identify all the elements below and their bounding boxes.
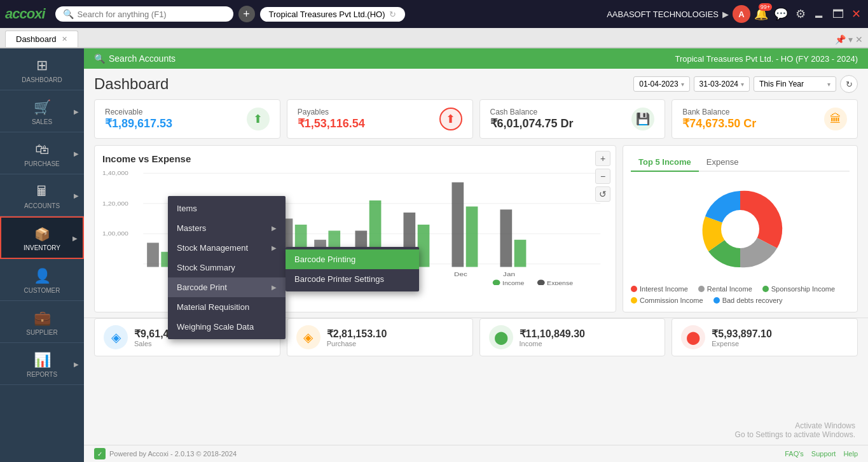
menu-item-items[interactable]: Items — [168, 199, 286, 218]
expense-sum-value: ₹5,93,897.10 — [712, 328, 772, 340]
date-to-input[interactable]: 31-03-2024 ▾ — [694, 76, 750, 92]
bsum-income[interactable]: ⬤ ₹11,10,849.30 Income — [479, 318, 666, 356]
sidebar-item-accounts[interactable]: 🖩 ACCOUNTS ▶ — [0, 174, 84, 216]
sidebar-item-customer[interactable]: 👤 CUSTOMER — [0, 259, 84, 301]
notification-badge[interactable]: 🔔 99+ — [754, 7, 768, 21]
tab-expense[interactable]: Expense — [699, 153, 747, 171]
svg-rect-29 — [514, 240, 527, 267]
menu-item-material-req[interactable]: Material Requisition — [168, 297, 286, 317]
sidebar-item-sales[interactable]: 🛒 SALES ▶ — [0, 90, 84, 132]
period-select[interactable]: This Fin Year ▾ — [754, 76, 836, 92]
sidebar-label-dashboard: DASHBOARD — [22, 76, 62, 83]
tab-close-icon[interactable]: ✕ — [855, 34, 863, 45]
search-accounts-label: Search Accounts — [109, 53, 176, 64]
submenu-item-barcode-settings[interactable]: Barcode Printer Settings — [286, 269, 419, 289]
sidebar-label-purchase: PURCHASE — [24, 160, 60, 167]
receivable-label: Receivable — [105, 108, 172, 116]
legend-rental-income: Rental Income — [698, 285, 752, 293]
menu-label-masters: Masters — [177, 223, 206, 233]
menu-item-weighing[interactable]: Weighing Scale Data — [168, 317, 286, 337]
sidebar-label-reports: REPORTS — [27, 371, 57, 378]
chevron-right-icon-inventory: ▶ — [72, 234, 78, 241]
pin-icon[interactable]: 📌 — [835, 34, 846, 45]
svg-rect-7 — [147, 243, 159, 267]
cash-value: ₹6,01,074.75 Dr — [490, 116, 574, 130]
panel-tabs: Top 5 Income Expense — [631, 153, 850, 172]
company-header-title: Tropical Treasures Pvt Ltd. - HO (FY 202… — [675, 54, 858, 64]
search-input[interactable] — [78, 10, 205, 19]
legend-label-rental: Rental Income — [707, 285, 752, 293]
support-link[interactable]: Support — [811, 450, 836, 458]
income-sum-label: Income — [520, 340, 585, 347]
add-button[interactable]: + — [238, 6, 255, 22]
bsum-expense[interactable]: ⬤ ₹5,93,897.10 Expense — [672, 318, 858, 356]
top5-panel: Top 5 Income Expense — [623, 145, 858, 312]
card-receivable[interactable]: Receivable ₹1,89,617.53 ⬆ — [94, 99, 280, 139]
menu-item-stock-management[interactable]: Stock Management ▶ — [168, 238, 286, 258]
sidebar-item-supplier[interactable]: 💼 SUPPLIER — [0, 301, 84, 343]
reports-icon: 📊 — [34, 352, 51, 368]
sidebar-item-reports[interactable]: 📊 REPORTS ▶ — [0, 343, 84, 385]
chart-refresh-btn[interactable]: ↺ — [595, 186, 610, 202]
tab-top5-income[interactable]: Top 5 Income — [631, 153, 699, 172]
svg-rect-28 — [500, 209, 512, 267]
chevron-down-date-from: ▾ — [681, 81, 684, 88]
svg-text:Income: Income — [502, 280, 524, 285]
menu-label-weighing: Weighing Scale Data — [177, 322, 254, 332]
maximize-icon[interactable]: 🗖 — [830, 6, 846, 23]
tab-close-btn[interactable]: ✕ — [62, 35, 67, 43]
app-logo: accoxi — [5, 6, 45, 22]
date-from-input[interactable]: 01-04-2023 ▾ — [633, 76, 689, 92]
chevron-right-icon-purchase: ▶ — [74, 150, 79, 157]
sidebar-item-purchase[interactable]: 🛍 PURCHASE ▶ — [0, 132, 84, 174]
date-from-value: 01-04-2023 — [639, 80, 678, 88]
donut-chart-wrap — [631, 178, 850, 280]
close-icon[interactable]: ✕ — [850, 5, 863, 23]
card-bank[interactable]: Bank Balance ₹74,673.50 Cr 🏛 — [672, 99, 858, 139]
card-payables[interactable]: Payables ₹1,53,116.54 ⬆ — [287, 99, 473, 139]
legend-dot-rental — [698, 286, 705, 292]
tab-bar: Dashboard ✕ 📌 ▾ ✕ — [0, 28, 868, 48]
menu-item-masters[interactable]: Masters ▶ — [168, 218, 286, 238]
submenu-label-barcode-printing: Barcode Printing — [294, 255, 355, 264]
chevron-down-icon[interactable]: ▾ — [848, 34, 853, 45]
settings-icon[interactable]: ⚙ — [794, 5, 808, 23]
help-link[interactable]: Help — [843, 450, 858, 458]
sidebar-item-inventory[interactable]: 📦 INVENTORY ▶ — [0, 216, 84, 259]
svg-text:Expense: Expense — [547, 280, 573, 285]
payables-icon: ⬆ — [439, 108, 462, 130]
tab-dashboard[interactable]: Dashboard ✕ — [5, 31, 78, 47]
bsum-purchase[interactable]: ◈ ₹2,81,153.10 Purchase — [287, 318, 473, 356]
menu-label-items: Items — [177, 204, 197, 213]
purchase-sum-icon: ◈ — [296, 325, 320, 349]
legend-dot-bad-debts — [713, 297, 720, 304]
card-cash[interactable]: Cash Balance ₹6,01,074.75 Dr 💾 — [479, 99, 666, 139]
zoom-out-btn[interactable]: − — [595, 169, 610, 184]
expense-sum-icon: ⬤ — [681, 325, 705, 349]
date-filter: 01-04-2023 ▾ 31-03-2024 ▾ This Fin Year … — [633, 75, 858, 93]
minimize-icon[interactable]: 🗕 — [811, 6, 827, 23]
search-box[interactable]: 🔍 — [55, 6, 233, 22]
legend-dot-sponsorship — [762, 286, 769, 292]
chart-legend: Interest Income Rental Income Sponsorshi… — [631, 285, 850, 304]
chevron-barcode: ▶ — [272, 284, 277, 291]
notif-count: 99+ — [759, 3, 772, 11]
legend-label-bad-debts: Bad debts recovery — [722, 297, 783, 304]
menu-label-barcode-print: Barcode Print — [177, 283, 227, 292]
cash-label: Cash Balance — [490, 108, 574, 116]
zoom-in-btn[interactable]: + — [595, 151, 610, 166]
submenu-item-barcode-printing[interactable]: Barcode Printing — [286, 249, 419, 269]
user-company-name: AABASOFT TECHNOLOGIES — [607, 10, 719, 19]
chart-controls: + − ↺ — [595, 151, 610, 202]
faq-link[interactable]: FAQ's — [785, 450, 804, 458]
company-selector[interactable]: Tropical Treasures Pvt Ltd.(HO) ↻ — [260, 7, 405, 22]
income-sum-icon: ⬤ — [489, 325, 513, 349]
expense-sum-label: Expense — [712, 340, 772, 347]
menu-item-stock-summary[interactable]: Stock Summary — [168, 258, 286, 277]
legend-dot-commission — [631, 297, 637, 304]
dashboard-refresh-btn[interactable]: ↻ — [840, 75, 858, 93]
chat-icon[interactable]: 💬 — [772, 5, 790, 23]
menu-item-barcode-print[interactable]: Barcode Print ▶ — [168, 277, 286, 297]
search-accounts[interactable]: 🔍 Search Accounts — [94, 53, 176, 64]
sidebar-item-dashboard[interactable]: ⊞ DASHBOARD — [0, 48, 84, 90]
